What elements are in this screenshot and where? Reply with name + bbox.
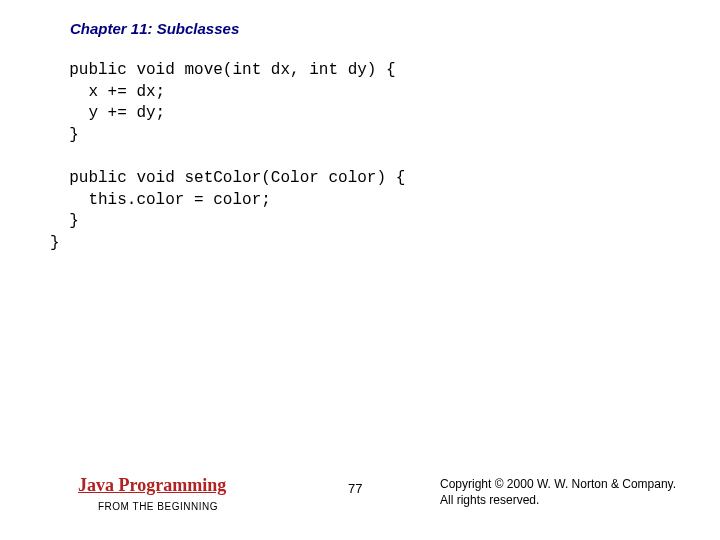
book-subtitle: FROM THE BEGINNING [98,501,218,512]
chapter-title: Chapter 11: Subclasses [70,20,239,37]
book-title: Java Programming [78,475,226,496]
page-number: 77 [348,481,362,496]
slide-footer: Java Programming FROM THE BEGINNING 77 C… [0,476,720,526]
copyright-line-2: All rights reserved. [440,492,676,508]
copyright: Copyright © 2000 W. W. Norton & Company.… [440,476,676,508]
code-block: public void move(int dx, int dy) { x += … [50,60,405,254]
copyright-line-1: Copyright © 2000 W. W. Norton & Company. [440,476,676,492]
